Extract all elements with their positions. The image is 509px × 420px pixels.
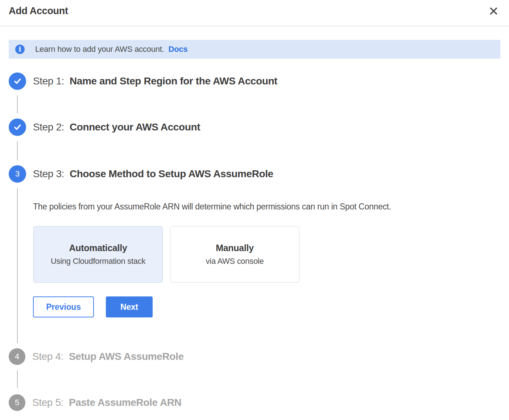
step-2-status-circle [9, 118, 26, 136]
step-3-description: The policies from your AssumeRole ARN wi… [33, 202, 391, 212]
step-1-status-circle [9, 72, 26, 90]
close-button[interactable] [488, 5, 500, 17]
step-4-title: Setup AWS AssumeRole [69, 351, 184, 362]
step-3-status-circle: 3 [9, 165, 26, 183]
docs-link[interactable]: Docs [169, 45, 188, 54]
page-title: Add Account [9, 5, 68, 17]
step-3-number: 3 [15, 169, 20, 179]
step-1-prefix: Step 1: [33, 75, 64, 87]
check-icon [13, 76, 22, 86]
info-icon: i [15, 45, 25, 54]
step-1-title: Name and Step Region for the AWS Account [70, 75, 277, 87]
option-title: Automatically [69, 243, 127, 253]
step-row-3: 3 Step 3: Choose Method to Setup AWS Ass… [9, 165, 273, 183]
step-row-2: Step 2: Connect your AWS Account [9, 118, 200, 136]
wizard-buttons: Previous Next [33, 296, 153, 317]
option-subtitle: via AWS console [206, 257, 264, 266]
step-5-prefix: Step 5: [32, 397, 63, 408]
step-4-number: 4 [15, 352, 19, 361]
step-5-status-circle: 5 [9, 394, 25, 411]
option-card-automatically[interactable]: Automatically Using Cloudformation stack [33, 226, 163, 283]
step-3-title: Choose Method to Setup AWS AssumeRole [70, 168, 273, 180]
check-icon [13, 122, 22, 132]
assume-role-method-options: Automatically Using Cloudformation stack… [33, 226, 299, 283]
close-icon [489, 7, 498, 16]
step-3-prefix: Step 3: [33, 168, 64, 180]
previous-button[interactable]: Previous [33, 296, 94, 317]
info-banner: i Learn how to add your AWS account. Doc… [9, 40, 500, 59]
step-connector-1-2 [17, 95, 18, 113]
next-button[interactable]: Next [106, 296, 153, 317]
modal-header: Add Account [0, 0, 509, 26]
option-card-manually[interactable]: Manually via AWS console [170, 226, 299, 283]
step-row-5: 5 Step 5: Paste AssumeRole ARN [9, 394, 181, 411]
step-2-prefix: Step 2: [33, 121, 64, 133]
step-4-status-circle: 4 [9, 348, 25, 365]
step-5-number: 5 [15, 398, 19, 407]
step-connector-4-5 [17, 370, 18, 388]
option-subtitle: Using Cloudformation stack [51, 257, 145, 266]
step-5-title: Paste AssumeRole ARN [69, 397, 181, 408]
step-connector-2-3 [17, 141, 18, 160]
step-row-4: 4 Step 4: Setup AWS AssumeRole [9, 348, 184, 365]
step-connector-3-4 [17, 188, 18, 343]
banner-text: Learn how to add your AWS account. [35, 45, 164, 54]
option-title: Manually [216, 243, 254, 253]
step-2-title: Connect your AWS Account [70, 121, 200, 133]
step-row-1: Step 1: Name and Step Region for the AWS… [9, 72, 277, 90]
step-4-prefix: Step 4: [32, 351, 63, 362]
